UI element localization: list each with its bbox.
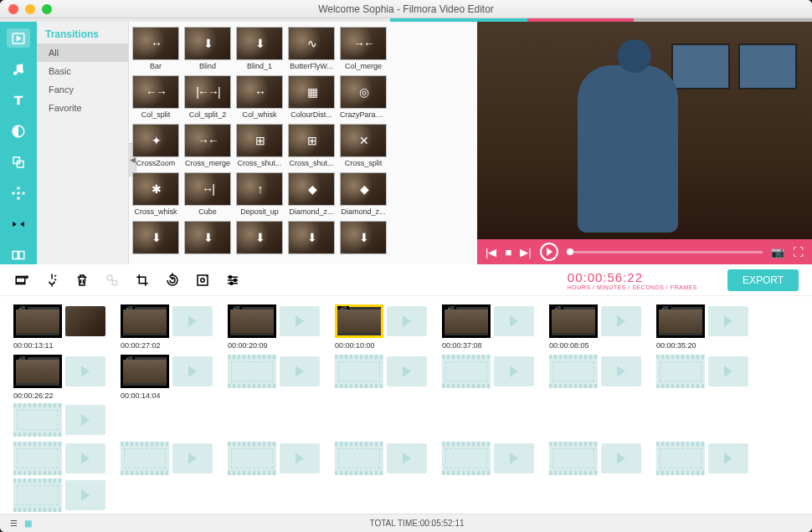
transition-slot-empty[interactable] [601,306,641,336]
transition-thumb[interactable]: ↔ [132,27,179,60]
transition-slot-empty[interactable] [494,306,534,336]
music-tab-icon[interactable] [7,59,30,79]
transition-thumb[interactable]: ✱ [132,172,179,206]
add-clip-button[interactable] [13,272,30,289]
transition-thumb[interactable]: ✕ [340,124,387,157]
crop-button[interactable] [134,272,151,289]
timeline-clip[interactable] [13,304,62,338]
transition-thumb[interactable]: ↔ [236,75,283,109]
transition-slot-empty[interactable] [708,443,748,473]
empty-clip-slot[interactable] [121,442,169,475]
empty-clip-slot[interactable] [656,442,705,475]
transition-thumb[interactable]: ◎ [340,75,387,109]
empty-clip-slot[interactable] [335,442,383,475]
empty-clip-slot[interactable] [228,355,276,388]
empty-clip-slot[interactable] [442,355,491,388]
text-tab-icon[interactable] [7,90,30,110]
category-item-all[interactable]: All [37,43,128,62]
transition-slot[interactable] [65,306,105,336]
transition-slot-empty[interactable] [494,443,534,473]
empty-clip-slot[interactable] [549,355,598,388]
transition-slot-empty[interactable] [65,443,105,473]
snapshot-button[interactable]: 📷 [771,246,784,258]
transition-thumb[interactable]: ◆ [288,172,335,206]
transition-slot-empty[interactable] [65,405,105,435]
transition-slot-empty[interactable] [601,356,641,386]
transition-thumb[interactable]: |←→| [184,75,231,109]
preview-frame[interactable] [477,22,812,239]
empty-clip-slot[interactable] [442,442,491,475]
delete-button[interactable] [74,272,90,289]
transition-slot-empty[interactable] [387,356,427,386]
filter-tab-icon[interactable] [7,121,30,141]
empty-clip-slot[interactable] [13,403,62,437]
timeline-clip[interactable] [442,304,491,338]
next-frame-button[interactable]: ▶| [520,246,531,258]
transition-slot-empty[interactable] [494,356,534,386]
transition-slot-empty[interactable] [708,356,748,386]
export-button[interactable]: EXPORT [727,269,799,291]
timeline-clip[interactable] [549,304,598,338]
overlay-tab-icon[interactable] [7,152,30,171]
timeline-clip[interactable] [228,304,276,338]
transition-slot-empty[interactable] [387,443,427,473]
timeline-clip[interactable] [335,304,383,338]
color-button[interactable] [194,272,211,289]
fullscreen-button[interactable]: ⛶ [793,246,804,258]
transition-slot-empty[interactable] [601,443,641,473]
transition-slot-empty[interactable] [172,306,213,336]
transition-thumb[interactable]: ⬇ [184,221,231,254]
transition-slot-empty[interactable] [280,356,320,386]
transition-slot-empty[interactable] [280,306,320,336]
transition-slot-empty[interactable] [172,356,213,386]
transition-thumb[interactable]: ✦ [132,124,179,157]
transition-thumb[interactable]: ⬇ [236,221,283,254]
transition-tab-icon[interactable] [7,214,30,233]
transition-thumb[interactable]: ⬇ [236,27,283,60]
transition-thumb[interactable]: ◆ [340,172,387,206]
timeline-view-button[interactable]: ▦ [24,519,32,528]
playback-slider[interactable] [567,251,763,253]
storyboard-view-button[interactable]: ☰ [10,519,18,528]
category-item-favorite[interactable]: Favorite [37,99,128,117]
transition-thumb[interactable]: ⬇ [184,27,231,60]
transition-slot-empty[interactable] [65,356,105,386]
transition-thumb[interactable]: ←→ [132,75,179,109]
speed-button[interactable] [104,272,121,289]
timeline-clip[interactable] [121,304,169,338]
play-button[interactable] [540,243,558,261]
timeline-clip[interactable] [121,355,169,388]
transition-thumb[interactable]: →← [340,27,387,60]
transition-thumb[interactable]: ↔| [184,172,231,206]
category-item-basic[interactable]: Basic [37,62,128,80]
split-tab-icon[interactable] [7,245,30,264]
empty-clip-slot[interactable] [335,355,383,388]
adjust-button[interactable] [224,272,241,289]
empty-clip-slot[interactable] [656,355,705,388]
transition-thumb[interactable]: ⊞ [236,124,283,157]
timeline-clip[interactable] [656,304,705,338]
transition-slot-empty[interactable] [65,480,105,510]
transition-thumb[interactable]: ⬇ [288,221,335,254]
transition-slot-empty[interactable] [708,306,748,336]
transition-thumb[interactable]: ▦ [288,75,335,109]
element-tab-icon[interactable] [7,183,30,202]
transition-thumb[interactable]: →← [184,124,231,157]
prev-frame-button[interactable]: |◀ [486,246,496,258]
empty-clip-slot[interactable] [13,478,62,512]
transition-thumb[interactable]: ⬇ [132,221,179,254]
rotate-button[interactable] [164,272,181,289]
transition-thumb[interactable]: ⊞ [288,124,335,157]
transition-thumb[interactable]: ⬇ [340,221,387,254]
transition-slot-empty[interactable] [387,306,427,336]
timeline-clip[interactable] [13,355,62,388]
empty-clip-slot[interactable] [549,442,598,475]
media-tab-icon[interactable] [7,28,30,48]
transition-thumb[interactable]: ∿ [288,27,335,60]
empty-clip-slot[interactable] [13,442,62,475]
transition-slot-empty[interactable] [280,443,320,473]
category-item-fancy[interactable]: Fancy [37,80,128,99]
transition-slot-empty[interactable] [172,443,213,473]
empty-clip-slot[interactable] [228,442,276,475]
voiceover-button[interactable] [44,272,60,289]
